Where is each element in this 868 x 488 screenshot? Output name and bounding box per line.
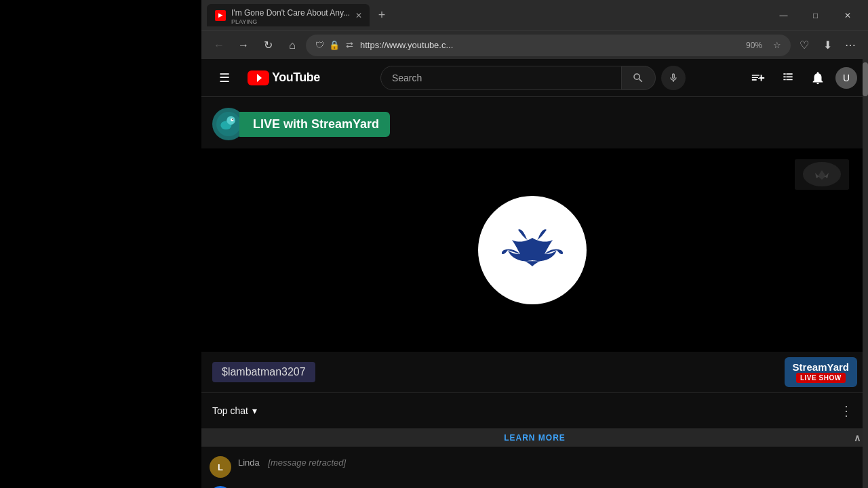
search-container: Search	[380, 66, 686, 90]
collapse-button[interactable]: ∧	[854, 432, 861, 443]
address-bar[interactable]: 🛡 🔒 ⇄ https://www.youtube.c... 90% ☆	[306, 35, 791, 56]
tab-close-button[interactable]: ✕	[355, 10, 362, 21]
tab-title-container: I'm Gone Don't Care About Any... PLAYING	[231, 6, 350, 25]
downloads-icon[interactable]: ⬇	[816, 35, 838, 56]
tab-status: PLAYING	[231, 18, 350, 25]
toolbar-icons: ♡ ⬇ ⋯	[793, 35, 861, 56]
svg-point-5	[232, 119, 233, 120]
bookmark-icon[interactable]: ☆	[772, 40, 783, 51]
browser-window: ▶ I'm Gone Don't Care About Any... PLAYI…	[201, 0, 868, 488]
channel-name[interactable]: $lambatman3207	[212, 362, 315, 382]
chat-section: Top chat ▾ ⋮ LEARN MORE ∧ L Linda	[201, 392, 868, 488]
back-button[interactable]: ←	[208, 35, 230, 56]
more-tools-icon[interactable]: ⋯	[840, 35, 861, 56]
address-icons: 🛡 🔒 ⇄	[314, 40, 355, 51]
close-button[interactable]: ✕	[832, 5, 863, 26]
top-chat-selector[interactable]: Top chat ▾	[212, 405, 257, 416]
top-chat-label: Top chat	[212, 405, 248, 416]
home-button[interactable]: ⌂	[281, 35, 303, 56]
youtube-header: ☰ YouTube Search	[201, 59, 868, 97]
url-text: https://www.youtube.c...	[360, 40, 736, 50]
apps-button[interactable]	[776, 66, 800, 90]
header-actions: U	[746, 66, 857, 90]
video-container	[201, 148, 863, 352]
user-avatar-linda: L	[210, 456, 231, 478]
notifications-button[interactable]	[806, 66, 830, 90]
chevron-down-icon: ▾	[252, 405, 257, 416]
browser-tab[interactable]: ▶ I'm Gone Don't Care About Any... PLAYI…	[207, 4, 370, 26]
hamburger-menu[interactable]: ☰	[212, 66, 237, 90]
message-content-linda: Linda [message retracted]	[238, 456, 860, 468]
chat-header: Top chat ▾ ⋮	[201, 393, 868, 429]
refresh-button[interactable]: ↻	[257, 35, 279, 56]
nav-bar: ← → ↻ ⌂ 🛡 🔒 ⇄ https://www.youtube.c... 9…	[201, 30, 868, 59]
search-button[interactable]	[622, 66, 656, 90]
batman-logo	[478, 196, 587, 304]
zoom-level[interactable]: 90%	[742, 39, 766, 52]
channel-bar: $lambatman3207 StreamYard LIVE SHOW	[201, 352, 868, 392]
create-button[interactable]	[746, 66, 770, 90]
title-bar: ▶ I'm Gone Don't Care About Any... PLAYI…	[201, 0, 868, 30]
chat-messages: L Linda [message retracted] S Skee Sloan…	[201, 447, 868, 488]
tab-favicon: ▶	[215, 10, 226, 21]
youtube-logo-icon	[248, 70, 269, 85]
chat-retracted-message: [message retracted]	[268, 458, 346, 468]
maximize-button[interactable]: □	[800, 5, 831, 26]
live-show-badge: LIVE SHOW	[796, 373, 846, 383]
user-avatar[interactable]: U	[835, 67, 857, 89]
streamyard-badge: StreamYard LIVE SHOW	[785, 357, 857, 387]
voice-search-button[interactable]	[661, 66, 686, 90]
search-placeholder: Search	[392, 73, 422, 83]
lock-icon: 🔒	[329, 40, 340, 51]
shield-icon: 🛡	[314, 40, 325, 51]
streamyard-name: StreamYard	[793, 361, 849, 373]
learn-more-text: LEARN MORE	[504, 433, 566, 443]
chat-message: L Linda [message retracted]	[210, 452, 860, 482]
connection-icon: ⇄	[344, 40, 355, 51]
youtube-logo[interactable]: YouTube	[248, 70, 320, 85]
window-controls: — □ ✕	[768, 5, 863, 26]
chat-message: S Skee Sloan Must be over. The viewers a…	[210, 482, 860, 488]
vertical-scrollbar[interactable]	[863, 59, 868, 488]
new-tab-button[interactable]: +	[372, 6, 391, 25]
forward-button[interactable]: →	[233, 35, 254, 56]
scrollbar-thumb[interactable]	[863, 62, 868, 96]
live-banner[interactable]: LIVE with StreamYard	[212, 108, 395, 140]
learn-more-bar[interactable]: LEARN MORE ∧	[201, 429, 868, 447]
bookmarks-icon[interactable]: ♡	[793, 35, 815, 56]
youtube-logo-text: YouTube	[272, 70, 320, 85]
tab-title: I'm Gone Don't Care About Any...	[231, 8, 350, 18]
content-area: ☰ YouTube Search	[201, 59, 868, 488]
minimize-button[interactable]: —	[768, 5, 799, 26]
chat-username-linda: Linda	[238, 458, 260, 468]
search-bar[interactable]: Search	[380, 66, 622, 90]
svg-marker-0	[257, 74, 262, 82]
chat-more-button[interactable]: ⋮	[835, 400, 857, 422]
mini-thumbnail	[795, 159, 849, 190]
live-banner-text: LIVE with StreamYard	[239, 112, 390, 137]
main-content: LIVE with StreamYard	[201, 97, 868, 488]
